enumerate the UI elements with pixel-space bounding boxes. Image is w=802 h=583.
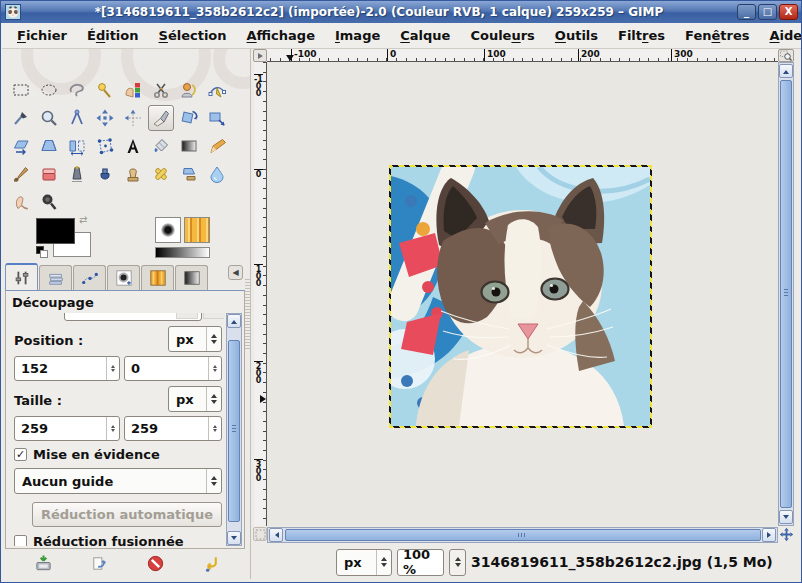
tool-scale[interactable] [204, 105, 230, 131]
horizontal-scrollbar-thumb[interactable] [285, 529, 761, 541]
tool-smudge[interactable] [8, 189, 34, 215]
tool-bucket-fill[interactable] [148, 133, 174, 159]
tab-tool-options[interactable] [5, 263, 38, 290]
scroll-down-button[interactable] [227, 531, 241, 545]
close-button[interactable]: X [779, 4, 798, 20]
menu-item-fenetres[interactable]: Fenêtres [676, 25, 758, 46]
vertical-scrollbar[interactable] [778, 62, 794, 526]
title-bar[interactable]: *[3146819611_358b2612c2] (importée)-2.0 … [1, 1, 801, 23]
vertical-ruler[interactable]: -1000100200300 [254, 62, 267, 526]
tool-paths[interactable] [204, 77, 230, 103]
dock-splitter[interactable] [245, 279, 250, 349]
tab-gradients[interactable] [175, 265, 208, 290]
tool-cage-transform[interactable] [92, 133, 118, 159]
tool-clone[interactable] [120, 161, 146, 187]
highlight-checkbox[interactable] [14, 448, 27, 461]
spinner-arrows-icon[interactable] [208, 357, 221, 380]
tool-fuzzy-select[interactable] [92, 77, 118, 103]
tool-heal[interactable] [148, 161, 174, 187]
default-colors-icon[interactable] [36, 246, 49, 259]
layer-boundary[interactable] [389, 165, 652, 428]
menu-item-couleurs[interactable]: Couleurs [461, 25, 543, 46]
zoom-spinner[interactable] [449, 549, 466, 576]
position-unit-combo[interactable]: px [168, 326, 222, 352]
tab-layers[interactable] [39, 265, 72, 290]
scroll-up-button[interactable] [779, 64, 793, 78]
quick-mask-button[interactable] [253, 527, 267, 541]
ratio-orient-button[interactable] [203, 313, 224, 319]
position-x-input[interactable]: 152 [14, 356, 120, 381]
zoom-level-input[interactable]: 100 % [397, 549, 444, 576]
tool-text[interactable] [120, 133, 146, 159]
tab-patterns[interactable] [141, 265, 174, 290]
tool-crop[interactable] [148, 105, 174, 131]
menu-item-selection[interactable]: Sélection [150, 25, 236, 46]
navigation-button[interactable] [778, 526, 794, 542]
swap-colors-icon[interactable]: ⇄ [79, 214, 87, 225]
tool-gradient[interactable] [176, 133, 202, 159]
ratio-swap-button[interactable] [176, 313, 198, 319]
menu-item-image[interactable]: Image [326, 25, 389, 46]
tool-select-by-color[interactable] [120, 77, 146, 103]
horizontal-ruler[interactable]: -1000100200300 [267, 49, 778, 62]
tool-shear[interactable] [8, 133, 34, 159]
tab-dynamics[interactable] [73, 265, 106, 290]
options-scrollbar[interactable] [226, 313, 242, 546]
options-scrollbar-thumb[interactable] [228, 340, 240, 522]
tool-measure[interactable] [64, 105, 90, 131]
shrink-merged-checkbox[interactable] [14, 535, 27, 546]
tab-brushes[interactable] [107, 265, 140, 290]
menu-item-outils[interactable]: Outils [546, 25, 607, 46]
tool-color-picker[interactable] [8, 105, 34, 131]
tool-ink[interactable] [92, 161, 118, 187]
pattern-preview[interactable] [184, 217, 210, 243]
size-height-input[interactable]: 259 [124, 416, 222, 441]
position-y-input[interactable]: 0 [124, 356, 222, 381]
restore-options-button[interactable] [88, 552, 110, 574]
spinner-arrows-icon[interactable] [106, 357, 119, 380]
menu-item-filtres[interactable]: Filtres [609, 25, 674, 46]
scroll-down-button[interactable] [779, 510, 793, 524]
maximize-button[interactable]: □ [758, 4, 777, 20]
brush-preview[interactable] [155, 217, 181, 243]
spinner-arrows-icon[interactable] [106, 417, 119, 440]
tool-foreground-select[interactable] [176, 77, 202, 103]
tool-rotate[interactable] [176, 105, 202, 131]
tool-perspective-clone[interactable] [176, 161, 202, 187]
reset-options-button[interactable] [200, 552, 222, 574]
menu-item-calque[interactable]: Calque [391, 25, 459, 46]
scroll-up-button[interactable] [227, 314, 241, 328]
delete-options-button[interactable] [144, 552, 166, 574]
menu-item-fichier[interactable]: Fichier [8, 25, 76, 46]
minimize-button[interactable]: _ [737, 4, 756, 20]
menu-item-aide[interactable]: Aide [760, 25, 802, 46]
highlight-checkbox-row[interactable]: Mise en évidence [14, 447, 160, 462]
guides-combo[interactable]: Aucun guide [14, 468, 222, 494]
size-unit-combo[interactable]: px [168, 386, 222, 412]
zoom-follow-window-button[interactable] [778, 49, 794, 62]
shrink-merged-checkbox-row[interactable]: Réduction fusionnée [14, 534, 184, 546]
tool-blur-sharpen[interactable] [204, 161, 230, 187]
spinner-arrows-icon[interactable] [208, 417, 221, 440]
tool-ellipse-select[interactable] [36, 77, 62, 103]
tool-airbrush[interactable] [64, 161, 90, 187]
horizontal-scrollbar[interactable] [267, 527, 778, 543]
menu-item-edition[interactable]: Édition [78, 25, 148, 46]
scroll-right-button[interactable] [762, 528, 776, 542]
gradient-preview[interactable] [155, 247, 210, 258]
size-width-input[interactable]: 259 [14, 416, 120, 441]
scroll-left-button[interactable] [269, 528, 283, 542]
tool-zoom[interactable] [36, 105, 62, 131]
tool-dodge-burn[interactable] [36, 189, 62, 215]
tool-flip[interactable] [64, 133, 90, 159]
tool-eraser[interactable] [36, 161, 62, 187]
tool-rect-select[interactable] [8, 77, 34, 103]
tool-align[interactable] [120, 105, 146, 131]
save-options-button[interactable] [32, 552, 54, 574]
ruler-corner-button[interactable] [253, 49, 267, 62]
tab-collapse-button[interactable]: ◀ [228, 265, 243, 280]
foreground-color-swatch[interactable] [36, 218, 75, 244]
tool-pencil[interactable] [204, 133, 230, 159]
tool-scissors-select[interactable] [148, 77, 174, 103]
auto-shrink-button[interactable]: Réduction automatique [32, 502, 222, 527]
